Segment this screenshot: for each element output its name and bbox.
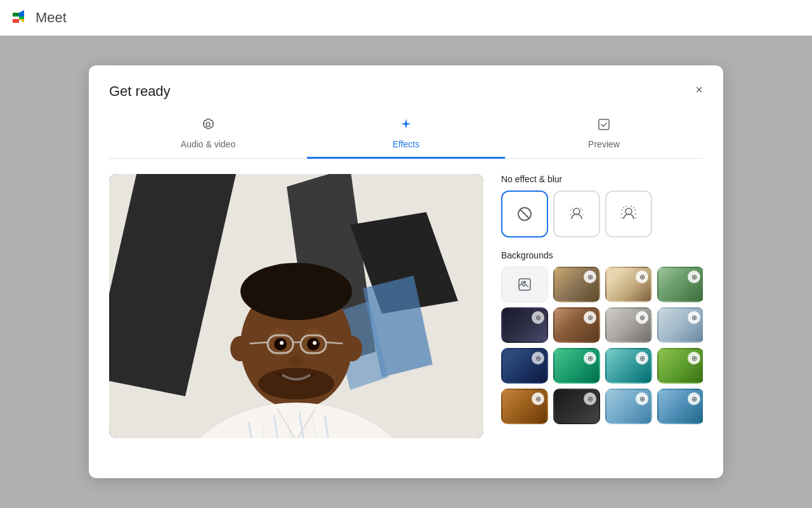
bg-select-icon-8: ⊕: [532, 352, 544, 364]
background-item-10[interactable]: ⊕: [605, 348, 652, 384]
bg-select-icon-3: ⊕: [688, 271, 700, 283]
tab-effects-label: Effects: [393, 139, 420, 149]
no-effect-icon: [516, 205, 534, 223]
svg-marker-1: [13, 13, 19, 17]
strong-blur-button[interactable]: [605, 190, 652, 237]
svg-point-31: [230, 336, 251, 361]
svg-point-58: [635, 213, 636, 215]
tab-preview-label: Preview: [588, 139, 620, 149]
tab-audio-video[interactable]: Audio & video: [109, 112, 307, 159]
svg-marker-5: [19, 17, 24, 19]
svg-point-55: [633, 207, 634, 208]
no-effect-button[interactable]: [501, 190, 548, 237]
strong-blur-icon: [620, 205, 638, 223]
bg-select-icon-9: ⊕: [584, 352, 596, 364]
svg-point-29: [289, 356, 304, 366]
svg-point-45: [572, 208, 573, 209]
close-button[interactable]: ×: [688, 78, 710, 101]
background-item-11[interactable]: ⊕: [657, 348, 703, 384]
slight-blur-button[interactable]: [553, 190, 600, 237]
svg-point-27: [280, 341, 284, 345]
person-video: [109, 174, 483, 438]
bg-select-icon-5: ⊕: [584, 311, 596, 324]
bg-select-icon-10: ⊕: [636, 352, 648, 364]
bg-select-icon-11: ⊕: [688, 352, 700, 364]
svg-point-49: [582, 214, 584, 215]
svg-point-44: [570, 210, 572, 211]
bg-select-icon-2: ⊕: [636, 271, 648, 283]
no-effect-blur-title: No effect & blur: [501, 174, 703, 184]
app-name: Meet: [36, 10, 67, 26]
video-content: [109, 174, 483, 438]
tab-effects[interactable]: Effects: [307, 112, 505, 159]
svg-point-57: [621, 213, 622, 215]
video-preview: [109, 174, 483, 438]
slight-blur-icon: [568, 205, 586, 223]
background-item-15[interactable]: ⊕: [657, 389, 703, 424]
background-item-12[interactable]: ⊕: [501, 389, 548, 424]
tab-preview[interactable]: Preview: [505, 112, 703, 159]
bg-select-icon-7: ⊕: [688, 311, 700, 324]
bg-select-icon-13: ⊕: [584, 392, 596, 405]
upload-background-button[interactable]: [501, 267, 548, 302]
svg-point-54: [634, 210, 636, 211]
bg-select-icon-1: ⊕: [584, 271, 596, 283]
svg-point-59: [621, 217, 622, 218]
svg-point-48: [570, 214, 571, 215]
modal: Get ready × Audio & video: [89, 65, 723, 478]
svg-line-42: [520, 210, 529, 218]
bg-select-icon-6: ⊕: [636, 311, 648, 324]
background-item-9[interactable]: ⊕: [553, 348, 600, 384]
bg-select-icon-12: ⊕: [532, 392, 544, 405]
svg-point-17: [240, 263, 352, 320]
svg-point-28: [313, 341, 317, 345]
background-item-13[interactable]: ⊕: [553, 389, 600, 424]
background-item-2[interactable]: ⊕: [605, 267, 652, 302]
background-item-3[interactable]: ⊕: [657, 267, 703, 302]
svg-point-56: [631, 206, 632, 207]
background-item-6[interactable]: ⊕: [605, 307, 652, 343]
background-item-4[interactable]: ⊕: [501, 307, 548, 343]
svg-point-52: [623, 207, 624, 208]
modal-overlay: Get ready × Audio & video: [0, 36, 812, 508]
modal-body: No effect & blur: [109, 174, 703, 438]
svg-point-32: [342, 336, 362, 361]
svg-marker-3: [13, 19, 19, 23]
background-item-5[interactable]: ⊕: [553, 307, 600, 343]
tab-audio-video-label: Audio & video: [181, 139, 235, 149]
svg-point-51: [622, 210, 623, 211]
meet-logo: Meet: [10, 8, 67, 28]
svg-point-46: [582, 210, 583, 211]
tabs-container: Audio & video Effects Preview: [109, 112, 703, 159]
preview-icon: [597, 117, 611, 135]
svg-rect-6: [599, 119, 609, 130]
background-item-1[interactable]: ⊕: [553, 267, 600, 302]
svg-point-47: [580, 208, 582, 209]
background-item-8[interactable]: ⊕: [501, 348, 548, 384]
audio-video-icon: [201, 117, 215, 135]
svg-point-53: [625, 206, 627, 207]
modal-title: Get ready: [109, 83, 703, 100]
bg-select-icon-4: ⊕: [532, 311, 544, 324]
bg-select-icon-14: ⊕: [636, 392, 648, 405]
background-item-14[interactable]: ⊕: [605, 389, 652, 424]
svg-point-30: [258, 368, 334, 399]
backgrounds-grid: ⊕ ⊕ ⊕ ⊕ ⊕ ⊕: [501, 267, 703, 424]
effects-panel: No effect & blur: [501, 174, 703, 438]
upload-icon: [517, 277, 532, 292]
blur-options-grid: [501, 190, 703, 237]
svg-point-60: [635, 217, 636, 218]
background-item-7[interactable]: ⊕: [657, 307, 703, 343]
backgrounds-title: Backgrounds: [501, 250, 703, 260]
effects-icon: [399, 117, 413, 135]
meet-logo-icon: [10, 8, 30, 28]
bg-select-icon-15: ⊕: [688, 392, 700, 405]
top-bar: Meet: [0, 0, 812, 36]
